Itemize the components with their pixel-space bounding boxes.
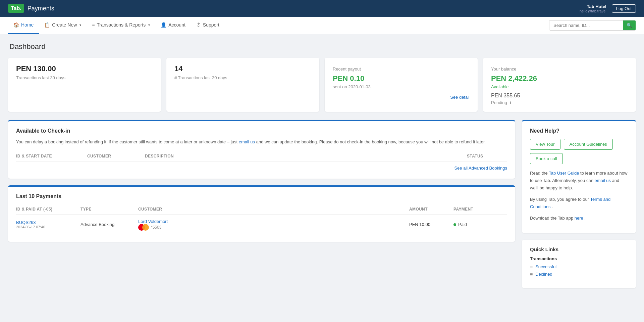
nav-transactions-reports[interactable]: ≡ Transactions & Reports ▾	[87, 17, 155, 34]
user-name: Tab Hotel	[580, 4, 606, 9]
app-title: Payments	[28, 5, 54, 12]
list-icon-successful: ≡	[530, 264, 533, 270]
checkin-body: Available to Check-in You can delay a bo…	[8, 121, 515, 179]
card-last4: *5503	[151, 225, 161, 230]
pay-col-header-payment: PAYMENT	[453, 207, 507, 212]
search-input[interactable]	[549, 21, 623, 30]
two-col-layout: Available to Check-in You can delay a bo…	[8, 120, 636, 288]
home-icon: 🏠	[13, 22, 19, 28]
user-info: Tab Hotel hello@tab.travel	[580, 4, 606, 13]
payment-amount: PEN 10.00	[409, 222, 449, 227]
nav-transactions-label: Transactions & Reports	[97, 22, 146, 28]
topbar-right: Tab Hotel hello@tab.travel Log Out	[580, 4, 636, 13]
main-nav: 🏠 Home 📋 Create New ▾ ≡ Transactions & R…	[0, 17, 644, 34]
account-guidelines-button[interactable]: Account Guidelines	[564, 139, 613, 150]
help-card: Need Help? View Tour Account Guidelines …	[522, 120, 636, 233]
nav-home[interactable]: 🏠 Home	[8, 17, 39, 34]
payments-title: Last 10 Payments	[16, 193, 507, 199]
pay-col-header-type: TYPE	[80, 207, 134, 212]
support-icon: ⏱	[196, 22, 201, 28]
col-header-id: ID & START DATE	[16, 154, 83, 158]
help-paragraph1: Read the Tab User Guide to learn more ab…	[530, 170, 628, 192]
recent-payout-amount: PEN 0.10	[333, 74, 470, 83]
left-column: Available to Check-in You can delay a bo…	[8, 120, 515, 288]
topbar: Tab. Payments Tab Hotel hello@tab.travel…	[0, 0, 644, 17]
payments-table-header: ID & PAID AT (-05) TYPE CUSTOMER AMOUNT …	[16, 204, 507, 215]
pay-col-header-amount: AMOUNT	[409, 207, 449, 212]
topbar-left: Tab. Payments	[8, 4, 54, 13]
balance-pending-label: Pending ℹ	[491, 100, 628, 105]
logout-button[interactable]: Log Out	[612, 4, 636, 13]
payment-status-label: Paid	[458, 222, 467, 227]
payments-body: Last 10 Payments ID & PAID AT (-05) TYPE…	[8, 187, 515, 242]
transactions-icon: ≡	[92, 22, 95, 28]
checkin-table-header: ID & START DATE CUSTOMER DESCRIPTION STA…	[16, 151, 507, 162]
quick-links-section-title: Transactions	[530, 256, 628, 261]
book-a-call-button[interactable]: Book a call	[530, 153, 563, 164]
help-title: Need Help?	[530, 128, 628, 134]
nav-create-new[interactable]: 📋 Create New ▾	[39, 17, 87, 34]
total-transactions-value: PEN 130.00	[16, 64, 153, 73]
payment-card-info: *5503	[138, 224, 405, 231]
recent-payout-link[interactable]: See detail	[333, 95, 470, 100]
see-all-bookings-link[interactable]: See all Advanced Bookings	[16, 162, 507, 172]
quick-links-card: Quick Links Transactions ≡ Successful ≡ …	[522, 240, 636, 288]
nav-support-label: Support	[203, 22, 219, 28]
search-wrapper: 🔍	[549, 20, 636, 31]
quick-link-successful: ≡ Successful	[530, 263, 628, 271]
payment-customer: Lord Voldemort *5503	[138, 219, 405, 231]
search-icon: 🔍	[627, 23, 632, 28]
payment-id-cell: BUQS263 2024-05-17 07:40	[16, 220, 76, 229]
quick-link-successful-link[interactable]: Successful	[535, 264, 556, 269]
help-email-link[interactable]: email us	[594, 178, 610, 183]
payment-customer-link[interactable]: Lord Voldemort	[138, 219, 168, 224]
col-header-desc: DESCRIPTION	[145, 154, 463, 158]
col-header-customer: CUSTOMER	[87, 154, 141, 158]
card-your-balance: Your balance PEN 2,422.26 Available PEN …	[483, 58, 636, 112]
balance-pending-amount: PEN 355.65	[491, 93, 628, 99]
quick-links-title: Quick Links	[530, 246, 628, 252]
recent-payout-title: Recent payout	[333, 66, 470, 72]
table-row: BUQS263 2024-05-17 07:40 Advance Booking…	[16, 215, 507, 235]
summary-cards: PEN 130.00 Transactions last 30 days 14 …	[8, 58, 636, 112]
pay-col-header-customer: CUSTOMER	[138, 207, 405, 212]
total-transactions-label: Transactions last 30 days	[16, 75, 153, 80]
card-recent-payout: Recent payout PEN 0.10 sent on 2020-01-0…	[325, 58, 478, 112]
user-email: hello@tab.travel	[580, 9, 606, 13]
info-icon: ℹ	[509, 100, 511, 105]
list-icon-declined: ≡	[530, 272, 533, 277]
nav-home-label: Home	[21, 22, 34, 28]
search-button[interactable]: 🔍	[623, 20, 636, 30]
payments-section: Last 10 Payments ID & PAID AT (-05) TYPE…	[8, 185, 515, 242]
payment-paid-at: 2024-05-17 07:40	[16, 225, 76, 229]
checkin-desc: You can delay a booking instead of refun…	[16, 139, 507, 146]
nav-account[interactable]: 👤 Account	[155, 17, 191, 34]
balance-available-amount: PEN 2,422.26	[491, 74, 628, 83]
card-count-transactions: 14 # Transactions last 30 days	[166, 58, 319, 112]
quick-links-transactions: Transactions ≡ Successful ≡ Declined	[530, 256, 628, 278]
quick-link-declined-link[interactable]: Declined	[535, 272, 552, 277]
nav-account-label: Account	[168, 22, 185, 28]
checkin-email-link[interactable]: email us	[239, 139, 255, 144]
tab-user-guide-link[interactable]: Tab User Guide	[549, 171, 579, 176]
count-transactions-value: 14	[174, 64, 311, 73]
status-dot-paid	[453, 223, 456, 226]
recent-payout-sent: sent on 2020-01-03	[333, 84, 470, 89]
page-title: Dashboard	[8, 42, 636, 51]
app-here-link[interactable]: here	[575, 216, 583, 221]
pay-col-header-id: ID & PAID AT (-05)	[16, 207, 76, 212]
checkin-title: Available to Check-in	[16, 128, 507, 134]
view-tour-button[interactable]: View Tour	[530, 139, 560, 150]
payment-status: Paid	[453, 222, 507, 227]
nav-support[interactable]: ⏱ Support	[191, 17, 225, 34]
help-paragraph2: By using Tab, you agree to our Terms and…	[530, 196, 628, 211]
create-icon: 📋	[44, 22, 50, 28]
transactions-chevron-icon: ▾	[148, 23, 150, 27]
balance-available-label: Available	[491, 84, 628, 89]
logo: Tab.	[8, 4, 24, 13]
help-buttons: View Tour Account Guidelines Book a call	[530, 139, 628, 164]
payment-type: Advance Booking	[80, 222, 134, 227]
payment-id-link[interactable]: BUQS263	[16, 220, 36, 225]
right-panel: Need Help? View Tour Account Guidelines …	[522, 120, 636, 288]
col-header-status: STATUS	[467, 154, 507, 158]
